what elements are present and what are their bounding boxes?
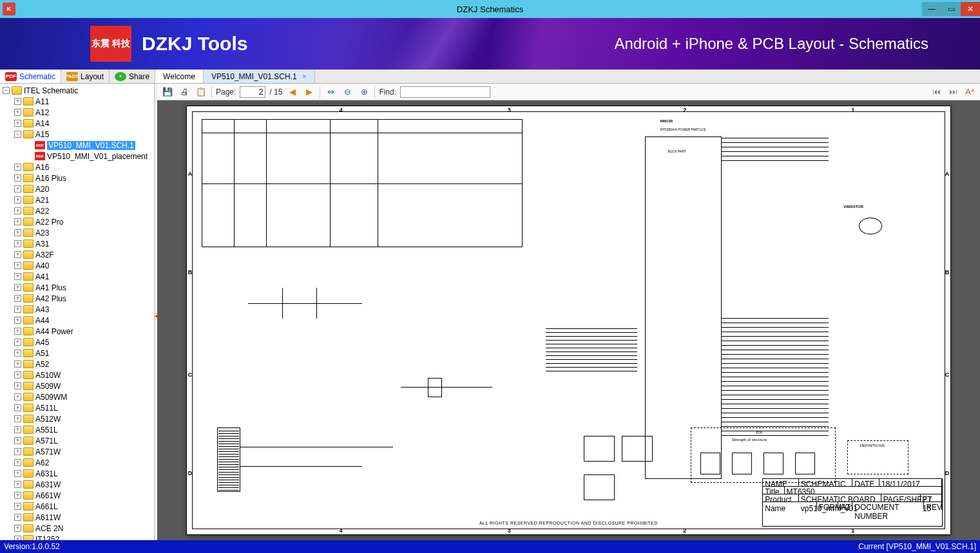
expander-icon[interactable]: + xyxy=(14,174,21,182)
tree-folder[interactable]: −ITEL Schematic xyxy=(0,85,154,96)
tree-file[interactable]: VP510_MMI_V01.SCH.1 xyxy=(0,140,154,151)
tree-folder[interactable]: +A44 Power xyxy=(0,326,154,337)
page-input[interactable] xyxy=(240,86,265,98)
highlight-button[interactable]: Aᵃ xyxy=(963,86,976,98)
expander-icon[interactable]: + xyxy=(14,251,21,258)
expander-icon[interactable]: + xyxy=(14,371,21,379)
tab-share[interactable]: +Share xyxy=(110,70,155,83)
tree-folder[interactable]: +A509WM xyxy=(0,391,154,402)
tree-folder[interactable]: −A15 xyxy=(0,129,154,140)
find-prev-button[interactable]: ⏮ xyxy=(930,86,943,98)
expander-icon[interactable]: + xyxy=(14,426,21,433)
tree-folder[interactable]: +IT1352 xyxy=(0,534,154,540)
tree-folder[interactable]: +A511L xyxy=(0,402,154,413)
expander-icon[interactable]: + xyxy=(14,339,21,346)
tree-folder[interactable]: +A62 xyxy=(0,457,154,468)
expander-icon[interactable]: + xyxy=(14,284,21,291)
expander-icon[interactable]: + xyxy=(14,350,21,357)
tree-folder[interactable]: +A40 xyxy=(0,260,154,271)
tree-folder[interactable]: +A23 xyxy=(0,227,154,238)
tree-folder[interactable]: +A44 xyxy=(0,315,154,326)
tree-folder[interactable]: +ACE 2N xyxy=(0,523,154,534)
expander-icon[interactable]: + xyxy=(14,536,21,540)
expander-icon[interactable]: + xyxy=(14,98,21,105)
next-page-button[interactable]: ▶ xyxy=(303,86,316,98)
tree-folder[interactable]: +A631L xyxy=(0,468,154,479)
tree-folder[interactable]: +A42 Plus xyxy=(0,293,154,304)
tree-folder[interactable]: +A22 Pro xyxy=(0,216,154,227)
expander-icon[interactable]: + xyxy=(14,262,21,269)
expander-icon[interactable]: + xyxy=(14,120,21,127)
expander-icon[interactable]: + xyxy=(14,185,21,192)
tab-doc-welcome[interactable]: Welcome xyxy=(155,70,204,83)
expander-icon[interactable]: + xyxy=(14,404,21,411)
expander-icon[interactable]: + xyxy=(14,415,21,422)
tree-folder[interactable]: +A32F xyxy=(0,249,154,260)
tree-folder[interactable]: +A52 xyxy=(0,359,154,370)
expander-icon[interactable]: + xyxy=(14,470,21,477)
expander-icon[interactable]: + xyxy=(14,229,21,236)
zoom-out-button[interactable]: ⊖ xyxy=(341,86,354,98)
tree-folder[interactable]: +A11 xyxy=(0,96,154,107)
tree-folder[interactable]: +A14 xyxy=(0,118,154,129)
tree-folder[interactable]: +A509W xyxy=(0,380,154,391)
expander-icon[interactable]: + xyxy=(14,306,21,313)
expander-icon[interactable]: + xyxy=(14,448,21,455)
minimize-button[interactable]: — xyxy=(922,2,941,16)
expander-icon[interactable]: + xyxy=(14,514,21,521)
expander-icon[interactable]: + xyxy=(14,218,21,225)
tree-folder[interactable]: +A661W xyxy=(0,490,154,501)
expander-icon[interactable]: + xyxy=(14,481,21,488)
expander-icon[interactable]: + xyxy=(14,273,21,280)
splitter[interactable] xyxy=(155,84,157,540)
save-button[interactable]: 💾 xyxy=(161,86,174,98)
tab-schematic[interactable]: PDFSchematic xyxy=(0,70,61,83)
tree-folder[interactable]: +A611W xyxy=(0,512,154,523)
sidebar[interactable]: −ITEL Schematic+A11+A12+A14−A15VP510_MMI… xyxy=(0,84,155,540)
expander-icon[interactable]: + xyxy=(14,328,21,335)
expander-icon[interactable]: + xyxy=(14,295,21,302)
expander-icon[interactable]: + xyxy=(14,207,21,214)
expander-icon[interactable]: + xyxy=(14,393,21,400)
expander-icon[interactable]: + xyxy=(14,525,21,532)
tree-folder[interactable]: +A12 xyxy=(0,107,154,118)
tab-doc-current[interactable]: VP510_MMI_V01.SCH.1× xyxy=(204,70,315,83)
expander-icon[interactable] xyxy=(26,153,33,160)
expander-icon[interactable]: − xyxy=(14,131,21,138)
tab-layout[interactable]: PADSLayout xyxy=(61,70,110,83)
tree-folder[interactable]: +A661L xyxy=(0,501,154,512)
maximize-button[interactable]: ▭ xyxy=(941,2,961,16)
tree-folder[interactable]: +A20 xyxy=(0,183,154,194)
find-next-button[interactable]: ⏭ xyxy=(946,86,959,98)
expander-icon[interactable]: + xyxy=(14,164,21,171)
expander-icon[interactable]: + xyxy=(14,492,21,499)
expander-icon[interactable] xyxy=(26,142,33,149)
tree-folder[interactable]: +A22 xyxy=(0,205,154,216)
expander-icon[interactable]: + xyxy=(14,109,21,116)
tree-folder[interactable]: +A551L xyxy=(0,424,154,435)
zoom-in-button[interactable]: ⊕ xyxy=(358,86,370,98)
canvas[interactable]: 4 3 2 1 4 3 2 1 A B C D A B C D xyxy=(157,100,980,540)
tree-folder[interactable]: +A21 xyxy=(0,194,154,205)
tree-folder[interactable]: +A43 xyxy=(0,304,154,315)
tree-folder[interactable]: +A510W xyxy=(0,370,154,380)
expander-icon[interactable]: + xyxy=(14,503,21,510)
tree-folder[interactable]: +A571W xyxy=(0,446,154,457)
expander-icon[interactable]: + xyxy=(14,317,21,324)
tree-folder[interactable]: +A571L xyxy=(0,435,154,446)
tree-folder[interactable]: +A41 xyxy=(0,271,154,282)
expander-icon[interactable]: + xyxy=(14,382,21,389)
tree-folder[interactable]: +A16 Plus xyxy=(0,173,154,183)
expander-icon[interactable]: + xyxy=(14,240,21,247)
tree-folder[interactable]: +A631W xyxy=(0,479,154,490)
tree-folder[interactable]: +A31 xyxy=(0,238,154,249)
expander-icon[interactable]: + xyxy=(14,459,21,466)
copy-button[interactable]: 📋 xyxy=(195,86,207,98)
expander-icon[interactable]: + xyxy=(14,437,21,444)
tree-folder[interactable]: +A512W xyxy=(0,413,154,424)
tree-folder[interactable]: +A45 xyxy=(0,337,154,348)
expander-icon[interactable]: + xyxy=(14,196,21,203)
tree-folder[interactable]: +A51 xyxy=(0,348,154,359)
close-button[interactable]: ✕ xyxy=(961,2,980,16)
find-input[interactable] xyxy=(400,86,490,98)
